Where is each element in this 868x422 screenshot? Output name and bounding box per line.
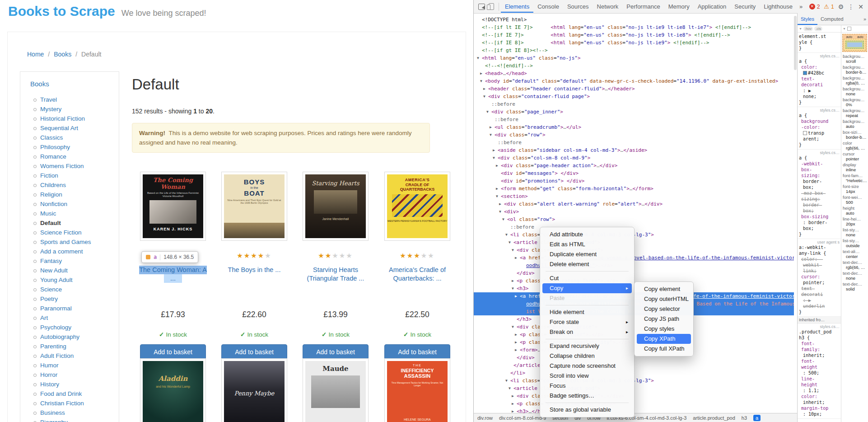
collapse-arrow-icon[interactable]: ▼ bbox=[496, 192, 501, 200]
pseudo-state-toggle[interactable]: :hov bbox=[803, 26, 813, 31]
devtools-tab-memory[interactable]: Memory bbox=[664, 0, 694, 13]
dom-tree-line[interactable]: <!DOCTYPE html> bbox=[474, 16, 794, 23]
product-image-link[interactable]: Penny Maybe bbox=[221, 358, 287, 422]
context-menu-item-expand-recursively[interactable]: Expand recursively bbox=[542, 341, 632, 351]
expand-arrow-icon[interactable]: ▶ bbox=[493, 146, 498, 154]
context-menu-item-force-state[interactable]: Force state▸ bbox=[542, 317, 632, 327]
context-menu-item-copy[interactable]: Copy▸ bbox=[542, 283, 632, 293]
breadcrumb-books[interactable]: Books bbox=[54, 51, 71, 58]
dom-tree-line[interactable]: ▼<div class="container-fluid page"> bbox=[474, 93, 794, 100]
product-image-link[interactable]: AMERICA'SCRADLE OF QUARTERBACKSWESTERN P… bbox=[384, 172, 450, 241]
sidebar-item-womens-fiction[interactable]: Womens Fiction bbox=[40, 161, 119, 171]
css-rule[interactable]: styles.cs…a {background-color:transparen… bbox=[798, 107, 841, 150]
context-menu-item-scroll-into-view[interactable]: Scroll into view bbox=[542, 371, 632, 381]
context-menu-item-collapse-children[interactable]: Collapse children bbox=[542, 351, 632, 361]
computed-property-name[interactable]: text-ali… bbox=[841, 249, 868, 254]
dom-tree-line[interactable]: ::before bbox=[474, 139, 794, 146]
context-menu-item-capture-node-screenshot[interactable]: Capture node screenshot bbox=[542, 361, 632, 371]
add-to-basket-button[interactable]: Add to basket bbox=[303, 344, 369, 360]
expand-arrow-icon[interactable]: ▶ bbox=[499, 200, 504, 208]
dom-tree-line[interactable]: <div id="promotions"> </div> bbox=[474, 177, 794, 185]
show-all-checkbox[interactable] bbox=[847, 27, 851, 31]
stylesheet-source-link[interactable]: styles.cs… bbox=[799, 150, 840, 155]
computed-filter-bar[interactable]: ▼ bbox=[841, 25, 868, 33]
class-toggle[interactable]: .cls bbox=[814, 26, 822, 31]
expand-arrow-icon[interactable]: ▶ bbox=[515, 331, 520, 338]
computed-property-name[interactable]: font-wei… bbox=[841, 194, 868, 200]
sidebar-item-nonfiction[interactable]: Nonfiction bbox=[40, 199, 119, 209]
sidebar-item-default[interactable]: Default bbox=[40, 218, 119, 228]
sidebar-item-new-adult[interactable]: New Adult bbox=[40, 266, 119, 275]
context-menu-item-add-attribute[interactable]: Add attribute bbox=[542, 230, 632, 239]
context-menu-item-delete-element[interactable]: Delete element bbox=[542, 259, 632, 269]
dom-tree-line[interactable]: ▼<div> bbox=[474, 208, 794, 216]
css-rule[interactable]: styles.cs…a {-webkit-box-sizing:border-b… bbox=[798, 150, 841, 239]
computed-property-name[interactable]: backgrou… bbox=[841, 97, 868, 102]
dom-tree-line[interactable]: ::before bbox=[474, 100, 794, 108]
computed-property-name[interactable]: cursor bbox=[841, 151, 868, 156]
add-to-basket-button[interactable]: Add to basket bbox=[140, 344, 206, 360]
collapse-arrow-icon[interactable]: ▼ bbox=[502, 216, 507, 223]
dom-tree-line[interactable]: ▼<div class="page_inner"> bbox=[474, 108, 794, 116]
sidebar-item-romance[interactable]: Romance bbox=[40, 152, 119, 161]
context-menu-item-copy-full-xpath[interactable]: Copy full XPath bbox=[637, 344, 691, 354]
dom-breadcrumb-article-product-pod[interactable]: article.product_pod bbox=[693, 415, 735, 421]
context-menu-item-copy-js-path[interactable]: Copy JS path bbox=[637, 314, 691, 324]
dom-tree-line[interactable]: ▼<div class="row"> bbox=[474, 131, 794, 139]
product-image-link[interactable]: Starving HeartsJanine Mendenhall bbox=[303, 172, 369, 241]
product-image-link[interactable]: THEINEFFICIENCYASSASSINTime Management T… bbox=[384, 358, 450, 422]
sidebar-item-history[interactable]: History bbox=[40, 380, 119, 389]
dom-tree-line[interactable]: ▶<head>…</head> bbox=[474, 70, 794, 77]
collapse-arrow-icon[interactable]: ▼ bbox=[505, 377, 510, 384]
box-model[interactable]: autoauto bbox=[842, 34, 867, 52]
add-to-basket-button[interactable]: Add to basket bbox=[221, 344, 287, 360]
context-menu-item-copy-element[interactable]: Copy element bbox=[637, 284, 691, 294]
dom-breadcrumb-a[interactable]: a bbox=[753, 415, 761, 421]
sidebar-item-add-a-comment[interactable]: Add a comment bbox=[40, 247, 119, 256]
sidebar-item-art[interactable]: Art bbox=[40, 313, 119, 323]
sidebar-item-science-fiction[interactable]: Science Fiction bbox=[40, 228, 119, 237]
context-menu-item-break-on[interactable]: Break on▸ bbox=[542, 327, 632, 337]
css-rule[interactable]: styles.cs….product_podh3 {font-family:in… bbox=[798, 324, 841, 419]
sidebar-item-mystery[interactable]: Mystery bbox=[40, 104, 119, 114]
context-menu-item-copy-outerhtml[interactable]: Copy outerHTML bbox=[637, 294, 691, 304]
warning-icon[interactable]: ⚠ bbox=[824, 3, 829, 10]
dom-tree-line[interactable]: <!--[if gt IE 8]><!--> bbox=[474, 47, 794, 54]
sidebar-item-christian-fiction[interactable]: Christian Fiction bbox=[40, 399, 119, 408]
collapse-arrow-icon[interactable]: ▼ bbox=[493, 154, 498, 162]
devtools-tab-lighthouse[interactable]: Lighthouse bbox=[760, 0, 797, 13]
sidebar-item-historical-fiction[interactable]: Historical Fiction bbox=[40, 114, 119, 123]
sidebar-item-young-adult[interactable]: Young Adult bbox=[40, 275, 119, 285]
computed-property-name[interactable]: height bbox=[841, 205, 868, 211]
dom-tree-line[interactable]: ▼<ol class="row"> bbox=[474, 216, 794, 223]
devtools-tab-elements[interactable]: Elements bbox=[501, 0, 533, 13]
close-devtools-icon[interactable]: ✕ bbox=[858, 3, 863, 10]
site-logo[interactable]: Books to Scrape bbox=[8, 4, 115, 19]
dom-tree-line[interactable]: ▼<html lang="en-us" class="no-js"> bbox=[474, 54, 794, 62]
expand-arrow-icon[interactable]: ▶ bbox=[480, 70, 485, 77]
computed-property-name[interactable]: text-dec… bbox=[841, 281, 868, 286]
more-tabs-icon[interactable]: » bbox=[797, 3, 805, 10]
context-menu-item-store-as-global-variable[interactable]: Store as global variable bbox=[542, 405, 632, 415]
product-title-link[interactable]: America's Cradle ofQuarterbacks: ... bbox=[383, 266, 451, 283]
dom-tree-line[interactable]: ▶<aside class="sidebar col-sm-4 col-md-3… bbox=[474, 146, 794, 154]
color-swatch[interactable] bbox=[803, 131, 807, 135]
dom-tree-line[interactable]: ▶<div class="alert alert-warning" role="… bbox=[474, 200, 794, 208]
dom-tree-line[interactable]: <div id="messages"> </div> bbox=[474, 169, 794, 177]
computed-property-name[interactable]: backgrou… bbox=[841, 53, 868, 59]
computed-property-name[interactable]: font-size bbox=[841, 183, 868, 189]
sidebar-item-horror[interactable]: Horror bbox=[40, 370, 119, 380]
devtools-tab-network[interactable]: Network bbox=[593, 0, 623, 13]
expand-arrow-icon[interactable]: ▶ bbox=[515, 338, 520, 346]
computed-property-name[interactable]: display bbox=[841, 162, 868, 167]
computed-property-name[interactable]: backgrou… bbox=[841, 108, 868, 113]
sidebar-item-food-and-drink[interactable]: Food and Drink bbox=[40, 389, 119, 399]
sidebar-item-parenting[interactable]: Parenting bbox=[40, 342, 119, 351]
context-menu-item-badge-settings[interactable]: Badge settings… bbox=[542, 391, 632, 401]
product-image-link[interactable]: The Coming WomanBased on the Life of the… bbox=[140, 172, 206, 241]
context-menu-item-edit-as-html[interactable]: Edit as HTML bbox=[542, 239, 632, 249]
collapse-arrow-icon[interactable]: ▼ bbox=[505, 231, 510, 239]
devtools-tab-console[interactable]: Console bbox=[533, 0, 563, 13]
computed-property-name[interactable]: line-hei… bbox=[841, 216, 868, 221]
sidebar-item-sequential-art[interactable]: Sequential Art bbox=[40, 123, 119, 133]
